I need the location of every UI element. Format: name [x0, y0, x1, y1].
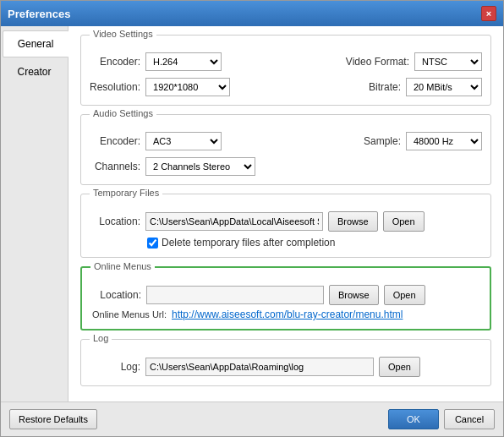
- preferences-dialog: Preferences × General Creator Video Sett…: [0, 0, 504, 437]
- channels-label: Channels:: [90, 161, 140, 172]
- video-format-select[interactable]: NTSC: [414, 52, 482, 71]
- cancel-button[interactable]: Cancel: [444, 409, 495, 429]
- video-settings-section: Video Settings Encoder: H.264 Video Fo: [80, 35, 491, 106]
- sample-label: Sample:: [364, 135, 401, 147]
- bottom-right-buttons: OK Cancel: [388, 409, 495, 429]
- main-panel: Video Settings Encoder: H.264 Video Fo: [68, 26, 503, 401]
- online-menus-section: Online Menus Location: Browse Open Onlin…: [80, 266, 491, 330]
- sidebar-item-creator[interactable]: Creator: [3, 58, 66, 85]
- log-legend: Log: [90, 333, 112, 343]
- log-input[interactable]: [145, 358, 374, 376]
- online-menus-legend: Online Menus: [90, 261, 155, 271]
- video-settings-legend: Video Settings: [90, 29, 156, 39]
- audio-encoder-row: Encoder: AC3 Sample: 48000 Hz: [90, 132, 482, 150]
- bitrate-label: Bitrate:: [369, 81, 401, 93]
- delete-temp-label: Delete temporary files after completion: [162, 237, 335, 249]
- channels-select[interactable]: 2 Channels Stereo: [145, 157, 255, 176]
- online-open-button[interactable]: Open: [384, 285, 425, 305]
- online-location-input[interactable]: [146, 286, 324, 304]
- temp-browse-button[interactable]: Browse: [328, 211, 378, 232]
- delete-temp-row: Delete temporary files after completion: [147, 237, 482, 249]
- online-url-label: Online Menus Url:: [90, 309, 167, 320]
- audio-encoder-label: Encoder:: [90, 135, 140, 147]
- temp-open-button[interactable]: Open: [383, 211, 425, 232]
- online-location-row: Location: Browse Open: [90, 285, 481, 305]
- bitrate-select[interactable]: 20 MBit/s: [406, 78, 482, 96]
- online-url-row: Online Menus Url: http://www.aiseesoft.c…: [90, 309, 481, 320]
- dialog-title: Preferences: [8, 8, 70, 20]
- temp-location-label: Location:: [90, 216, 140, 227]
- temp-location-input[interactable]: [145, 212, 323, 231]
- video-format-label: Video Format:: [346, 56, 409, 68]
- online-location-label: Location:: [90, 289, 141, 301]
- restore-defaults-button[interactable]: Restore Defaults: [9, 409, 97, 429]
- online-browse-button[interactable]: Browse: [329, 285, 379, 305]
- delete-temp-checkbox[interactable]: [147, 238, 158, 249]
- encoder-label: Encoder:: [90, 56, 140, 68]
- resolution-label: Resolution:: [90, 81, 140, 93]
- sample-select[interactable]: 48000 Hz: [406, 132, 482, 150]
- log-row: Log: Open: [90, 357, 482, 377]
- video-encoder-row: Encoder: H.264 Video Format: NTSC: [90, 52, 482, 71]
- audio-encoder-select[interactable]: AC3: [145, 132, 222, 150]
- audio-settings-legend: Audio Settings: [90, 108, 156, 118]
- ok-button[interactable]: OK: [388, 409, 439, 429]
- channels-row: Channels: 2 Channels Stereo: [90, 157, 482, 176]
- temp-files-legend: Temporary Files: [90, 188, 162, 198]
- sidebar: General Creator: [1, 26, 68, 401]
- temp-location-row: Location: Browse Open: [90, 211, 482, 232]
- sidebar-item-general[interactable]: General: [3, 30, 68, 57]
- temp-files-section: Temporary Files Location: Browse Open De…: [80, 194, 491, 258]
- resolution-select[interactable]: 1920*1080: [145, 78, 230, 96]
- online-url-link[interactable]: http://www.aiseesoft.com/blu-ray-creator…: [172, 309, 403, 320]
- log-label: Log:: [90, 361, 140, 373]
- content-area: General Creator Video Settings Encoder:: [1, 26, 503, 401]
- log-section: Log Log: Open: [80, 339, 491, 386]
- title-bar: Preferences ×: [1, 1, 503, 26]
- encoder-select[interactable]: H.264: [145, 52, 222, 71]
- bottom-bar: Restore Defaults OK Cancel: [1, 401, 503, 436]
- log-open-button[interactable]: Open: [379, 357, 420, 377]
- close-button[interactable]: ×: [481, 6, 496, 21]
- audio-settings-section: Audio Settings Encoder: AC3 Sample:: [80, 114, 491, 185]
- resolution-row: Resolution: 1920*1080 Bitrate: 20 MBit/s: [90, 78, 482, 96]
